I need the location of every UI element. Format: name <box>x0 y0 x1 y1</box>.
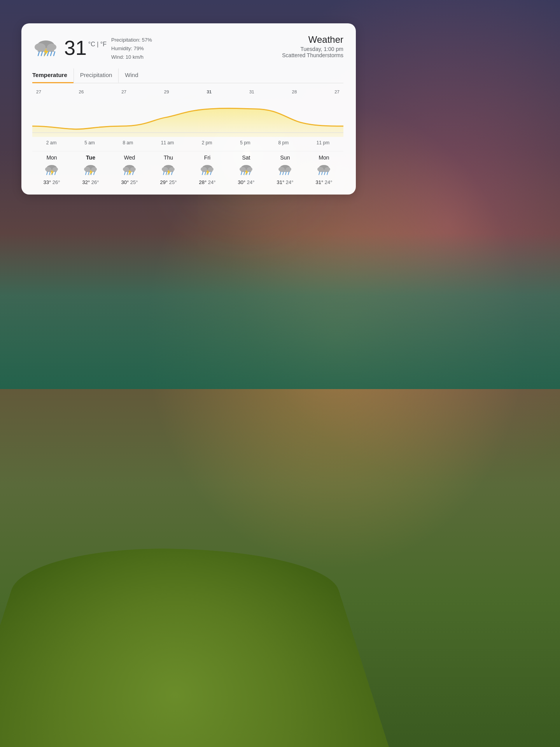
svg-line-28 <box>94 172 94 175</box>
day-icon-3 <box>161 163 176 177</box>
svg-line-46 <box>172 172 172 175</box>
day-name-7: Mon <box>318 154 329 161</box>
day-name-0: Mon <box>46 154 57 161</box>
forecast-day-2: Wed 30° 25° <box>110 154 149 185</box>
svg-line-4 <box>38 52 39 56</box>
time-label-3: 11 am <box>161 140 174 146</box>
weather-widget: 31 °C | °F Precipitation: 57% Humidity: … <box>21 23 356 195</box>
day-temps-0: 33° 26° <box>44 179 60 185</box>
svg-line-70 <box>280 172 281 175</box>
svg-line-37 <box>133 172 133 175</box>
weather-title: Weather <box>282 34 343 45</box>
tab-wind[interactable]: Wind <box>118 68 144 83</box>
svg-line-81 <box>327 172 328 175</box>
day-name-6: Sun <box>280 154 290 161</box>
chart-temp-labels: 27 26 27 29 31 31 28 27 <box>32 89 343 94</box>
svg-line-5 <box>41 52 42 56</box>
svg-line-61 <box>241 172 242 175</box>
temp-label-6: 28 <box>292 89 297 94</box>
time-label-0: 2 am <box>46 140 57 146</box>
day-icon-1 <box>83 163 98 177</box>
svg-line-64 <box>249 172 250 175</box>
humidity-detail: Humidity: 79% <box>111 44 152 53</box>
temp-label-4: 31 <box>206 89 212 94</box>
widget-header: 31 °C | °F Precipitation: 57% Humidity: … <box>32 34 343 61</box>
weather-tabs: Temperature Precipitation Wind <box>32 68 343 83</box>
svg-rect-69 <box>280 170 290 172</box>
time-label-5: 5 pm <box>240 140 250 146</box>
stadium-stands <box>0 233 560 389</box>
day-icon-6 <box>277 163 293 177</box>
temp-label-3: 29 <box>164 89 169 94</box>
temp-label-1: 26 <box>79 89 84 94</box>
svg-line-26 <box>88 172 89 175</box>
time-label-7: 11 pm <box>317 140 329 146</box>
day-name-4: Fri <box>204 154 210 161</box>
tab-precipitation[interactable]: Precipitation <box>74 68 119 83</box>
time-label-6: 8 pm <box>278 140 289 146</box>
day-temps-4: 28° 24° <box>199 179 216 185</box>
day-temps-3: 29° 25° <box>160 179 177 185</box>
current-weather-icon <box>32 37 60 59</box>
wind-detail: Wind: 10 km/h <box>111 53 152 61</box>
temperature-chart <box>32 98 343 137</box>
time-labels: 2 am 5 am 8 am 11 am 2 pm 5 pm 8 pm 11 p… <box>32 140 343 146</box>
svg-line-53 <box>205 172 206 175</box>
forecast-day-6: Sun 31° 24° <box>266 154 304 185</box>
day-icon-5 <box>238 163 254 177</box>
day-temps-6: 31° 24° <box>277 179 294 185</box>
time-label-4: 2 pm <box>202 140 212 146</box>
precipitation-detail: Precipitation: 57% <box>111 36 152 44</box>
svg-line-25 <box>86 172 86 175</box>
day-icon-0 <box>44 163 60 177</box>
svg-line-35 <box>127 172 128 175</box>
svg-line-43 <box>163 172 164 175</box>
svg-line-80 <box>324 172 325 175</box>
svg-line-8 <box>51 52 52 56</box>
svg-line-62 <box>244 172 245 175</box>
temp-label-5: 31 <box>249 89 254 94</box>
day-temps-7: 31° 24° <box>316 179 332 185</box>
temperature-display: 31 °C | °F <box>64 38 107 58</box>
svg-line-44 <box>166 172 167 175</box>
time-label-2: 8 am <box>122 140 133 146</box>
day-name-1: Tue <box>86 154 95 161</box>
day-icon-2 <box>122 163 137 177</box>
temp-label-7: 27 <box>334 89 340 94</box>
svg-line-16 <box>47 172 47 175</box>
day-temps-2: 30° 25° <box>121 179 138 185</box>
weather-location: Weather Tuesday, 1:00 pm Scattered Thund… <box>282 34 343 58</box>
day-temps-1: 32° 26° <box>82 179 99 185</box>
forecast-day-0: Mon 33° 26° <box>32 154 71 185</box>
svg-line-73 <box>288 172 289 175</box>
svg-line-52 <box>202 172 203 175</box>
svg-rect-77 <box>319 170 329 172</box>
svg-line-9 <box>54 52 55 56</box>
svg-line-72 <box>285 172 286 175</box>
day-name-5: Sat <box>242 154 250 161</box>
forecast-day-4: Fri 28° 24° <box>188 154 227 185</box>
svg-line-71 <box>283 172 284 175</box>
forecast-day-3: Thu 29° 25° <box>149 154 188 185</box>
svg-line-78 <box>319 172 320 175</box>
day-icon-7 <box>316 163 332 177</box>
forecast-day-7: Mon 31° 24° <box>304 154 343 185</box>
forecast-day-1: Tue 32° 26° <box>71 154 110 185</box>
svg-line-7 <box>47 52 49 56</box>
current-temperature: 31 <box>64 38 87 58</box>
svg-line-79 <box>322 172 322 175</box>
temp-label-2: 27 <box>121 89 126 94</box>
conditions-details: Precipitation: 57% Humidity: 79% Wind: 1… <box>111 36 152 61</box>
tab-temperature[interactable]: Temperature <box>32 68 74 83</box>
daily-forecast: Mon 33° 26° Tue <box>32 151 343 185</box>
weather-description: Scattered Thunderstorms <box>282 52 343 58</box>
temp-label-0: 27 <box>36 89 41 94</box>
cricket-pitch <box>0 549 389 747</box>
time-label-1: 5 am <box>84 140 95 146</box>
day-name-2: Wed <box>124 154 135 161</box>
weather-date: Tuesday, 1:00 pm <box>282 46 343 52</box>
svg-line-34 <box>124 172 125 175</box>
current-conditions: 31 °C | °F Precipitation: 57% Humidity: … <box>32 34 152 61</box>
forecast-day-5: Sat 30° 24° <box>227 154 266 185</box>
svg-line-19 <box>55 172 56 175</box>
